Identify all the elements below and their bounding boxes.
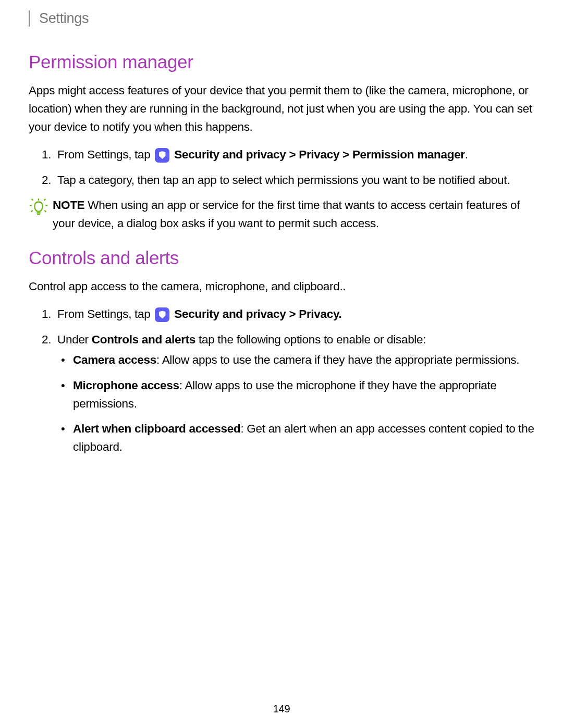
- controls-alerts-intro: Control app access to the camera, microp…: [29, 278, 534, 296]
- bullet-label: Camera access: [73, 353, 156, 366]
- shield-icon: [155, 307, 169, 322]
- controls-alerts-steps: From Settings, tap Security and privacy …: [29, 305, 534, 456]
- step-path: Security and privacy > Privacy.: [171, 307, 341, 320]
- step-text: From Settings, tap: [57, 148, 153, 161]
- shield-icon: [155, 148, 169, 163]
- note-block: NOTE When using an app or service for th…: [29, 196, 534, 233]
- section-heading-controls-alerts: Controls and alerts: [29, 248, 534, 268]
- page-number: 149: [0, 703, 563, 715]
- note-label: NOTE: [53, 199, 84, 212]
- bullet-label: Alert when clipboard accessed: [73, 422, 240, 435]
- bullet-camera: Camera access: Allow apps to use the cam…: [57, 351, 534, 369]
- step-bold: Controls and alerts: [92, 333, 195, 346]
- lightbulb-icon: [29, 198, 48, 217]
- permission-manager-intro: Apps might access features of your devic…: [29, 82, 534, 137]
- controls-step-2: Under Controls and alerts tap the follow…: [29, 331, 534, 456]
- step-suffix: tap the following options to enable or d…: [195, 333, 426, 346]
- note-body: When using an app or service for the fir…: [53, 199, 520, 230]
- svg-line-5: [32, 199, 33, 201]
- bullet-clipboard: Alert when clipboard accessed: Get an al…: [57, 420, 534, 456]
- svg-line-7: [31, 211, 33, 212]
- svg-line-6: [44, 199, 45, 201]
- header-title: Settings: [39, 10, 534, 27]
- permission-manager-steps: From Settings, tap Security and privacy …: [29, 146, 534, 190]
- header-section: Settings: [29, 10, 534, 27]
- controls-bullets: Camera access: Allow apps to use the cam…: [57, 351, 534, 456]
- bullet-microphone: Microphone access: Allow apps to use the…: [57, 377, 534, 413]
- bullet-text: : Allow apps to use the camera if they h…: [156, 353, 519, 366]
- bullet-label: Microphone access: [73, 379, 179, 392]
- note-text-container: NOTE When using an app or service for th…: [53, 196, 534, 233]
- section-heading-permission-manager: Permission manager: [29, 52, 534, 72]
- permission-step-1: From Settings, tap Security and privacy …: [29, 146, 534, 164]
- controls-step-1: From Settings, tap Security and privacy …: [29, 305, 534, 324]
- step-prefix: Under: [57, 333, 92, 346]
- step-text: From Settings, tap: [57, 307, 153, 320]
- step-suffix: .: [465, 148, 468, 161]
- permission-step-2: Tap a category, then tap an app to selec…: [29, 171, 534, 190]
- svg-line-8: [44, 211, 46, 212]
- step-path: Security and privacy > Privacy > Permiss…: [171, 148, 464, 161]
